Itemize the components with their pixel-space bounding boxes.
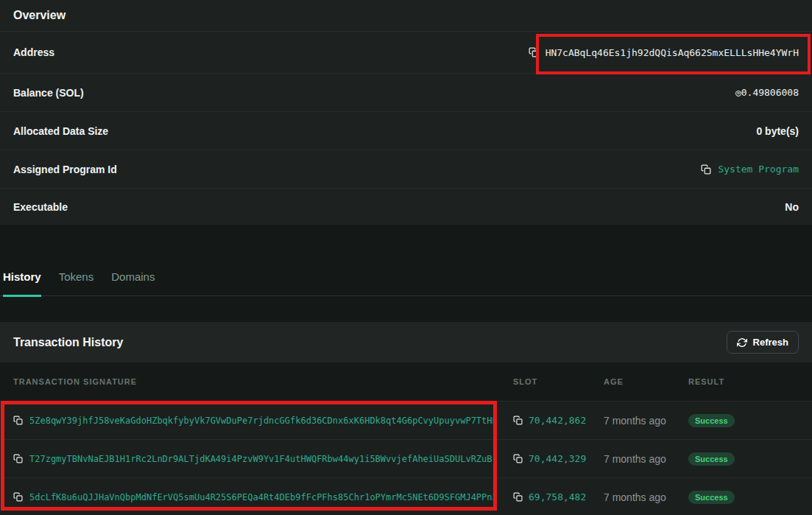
slot-link[interactable]: 70,442,329 — [529, 453, 586, 464]
overview-row-data-size: Allocated Data Size 0 byte(s) — [0, 112, 812, 150]
address-label: Address — [13, 46, 54, 58]
table-header-row: TRANSACTION SIGNATURE SLOT AGE RESULT — [0, 362, 812, 401]
copy-icon[interactable] — [513, 454, 523, 463]
column-header-signature: TRANSACTION SIGNATURE — [13, 377, 513, 386]
status-badge: Success — [688, 452, 735, 466]
copy-icon[interactable] — [13, 492, 23, 502]
copy-icon[interactable] — [513, 416, 523, 425]
overview-header: Overview — [0, 0, 812, 32]
copy-icon[interactable] — [13, 454, 23, 463]
table-row: 5dcLfK8u6uQJJHaVnQbpMdNfErVQ5smUu4R25S6P… — [0, 477, 812, 515]
tab-history[interactable]: History — [3, 270, 41, 295]
slot-link[interactable]: 69,758,482 — [529, 491, 586, 502]
table-row: 5Ze8qwY39jhfJ58veKaGdoHZbqkfybyVk7GVwDuP… — [0, 401, 812, 439]
overview-row-address: Address HN7cABqLq46Es1jh92dQQisAq662SmxE… — [0, 32, 812, 74]
overview-row-executable: Executable No — [0, 189, 812, 225]
data-size-label: Allocated Data Size — [13, 125, 108, 137]
age-text: 7 months ago — [604, 491, 688, 503]
tab-domains[interactable]: Domains — [111, 270, 155, 295]
refresh-icon — [737, 337, 747, 348]
table-row: T27zgmyTBNvNaEJB1H1rRc2LnDr9ALTjdKA49i4P… — [0, 439, 812, 477]
balance-value: ◎0.49806008 — [735, 87, 799, 98]
executable-value: No — [785, 201, 799, 213]
program-id-label: Assigned Program Id — [13, 164, 117, 175]
column-header-slot: SLOT — [513, 377, 604, 386]
age-text: 7 months ago — [604, 453, 688, 465]
tab-tokens[interactable]: Tokens — [59, 270, 94, 295]
column-header-result: RESULT — [688, 377, 799, 386]
status-badge: Success — [688, 491, 735, 504]
program-id-link[interactable]: System Program — [718, 164, 799, 175]
refresh-label: Refresh — [753, 337, 788, 348]
copy-icon[interactable] — [513, 492, 523, 502]
executable-label: Executable — [13, 201, 68, 213]
transaction-history-header: Transaction History Refresh — [0, 322, 812, 362]
address-value: HN7cABqLq46Es1jh92dQQisAq662SmxELLLsHHe4… — [546, 47, 799, 58]
overview-title: Overview — [13, 9, 66, 22]
column-header-age: AGE — [604, 377, 688, 386]
copy-icon[interactable] — [529, 47, 539, 57]
overview-row-program-id: Assigned Program Id System Program — [0, 150, 812, 189]
signature-link[interactable]: T27zgmyTBNvNaEJB1H1rRc2LnDr9ALTjdKA49i4P… — [29, 454, 493, 464]
slot-link[interactable]: 70,442,862 — [529, 415, 586, 426]
data-size-value: 0 byte(s) — [756, 125, 799, 137]
copy-icon[interactable] — [701, 164, 711, 175]
copy-icon[interactable] — [13, 416, 23, 425]
signature-link[interactable]: 5dcLfK8u6uQJJHaVnQbpMdNfErVQ5smUu4R25S6P… — [29, 492, 498, 502]
transaction-history-card: Transaction History Refresh TRANSACTION … — [0, 322, 812, 515]
overview-card: Overview Address HN7cABqLq46Es1jh92dQQis… — [0, 0, 812, 225]
refresh-button[interactable]: Refresh — [727, 331, 799, 354]
signature-link[interactable]: 5Ze8qwY39jhfJ58veKaGdoHZbqkfybyVk7GVwDuP… — [29, 416, 498, 426]
account-tabs-bar: History Tokens Domains — [0, 243, 812, 296]
status-badge: Success — [688, 414, 735, 427]
balance-label: Balance (SOL) — [13, 87, 84, 99]
age-text: 7 months ago — [604, 415, 688, 427]
overview-row-balance: Balance (SOL) ◎0.49806008 — [0, 74, 812, 112]
transaction-history-title: Transaction History — [13, 336, 123, 349]
